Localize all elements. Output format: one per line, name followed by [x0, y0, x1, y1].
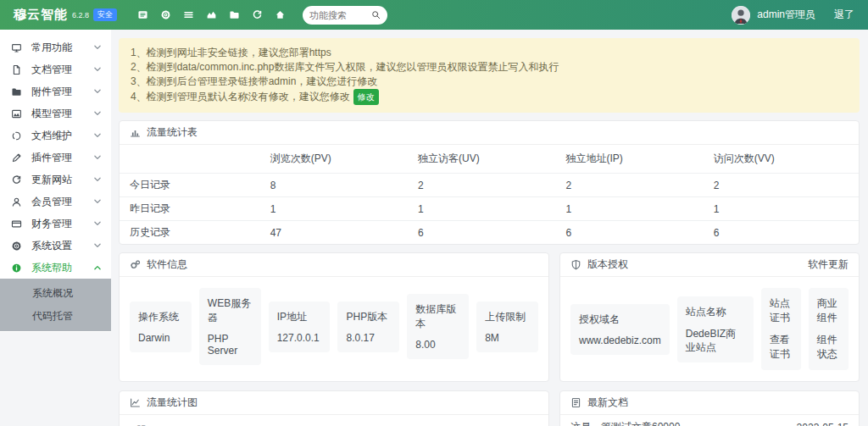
card-title: 流量统计表: [147, 125, 198, 140]
logout-button[interactable]: 退了: [834, 8, 854, 22]
card-header: 软件信息: [120, 253, 548, 277]
submenu-item-code-hosting[interactable]: 代码托管: [0, 305, 111, 328]
line-chart-icon: [130, 397, 141, 408]
user-icon: [11, 196, 22, 207]
chevron-down-icon: [94, 243, 101, 248]
sidebar-item-attachment-management[interactable]: 附件管理: [0, 80, 111, 102]
search-icon[interactable]: [371, 10, 381, 19]
card-title: 版本授权: [587, 257, 628, 272]
doc-title-link[interactable]: 这是一篇测试文章60000: [570, 420, 680, 426]
sidebar-item-update-website[interactable]: 更新网站: [0, 169, 111, 191]
chevron-down-icon: [94, 45, 101, 50]
authorization-card: 版本授权 软件更新 授权域名www.dedebiz.com 站点名称DedeBI…: [559, 252, 860, 382]
card-title: 软件信息: [147, 257, 187, 272]
safe-badge[interactable]: 安全: [93, 8, 117, 21]
info-box-php: PHP版本8.0.17: [337, 302, 399, 352]
col-pv: 浏览次数(PV): [260, 145, 408, 174]
warning-line: 2、检测到data/common.inc.php数据库文件写入权限，建议您以管理…: [131, 60, 848, 75]
version-label: 6.2.8: [72, 11, 89, 19]
area-chart-icon[interactable]: [206, 9, 217, 20]
software-info-body: 操作系统Darwin WEB服务器PHP Server IP地址127.0.0.…: [120, 277, 548, 376]
sidebar-item-document-management[interactable]: 文档管理: [0, 58, 111, 80]
card-title: 最新文档: [587, 396, 628, 410]
info-box-ip: IP地址127.0.0.1: [269, 302, 331, 352]
sidebar-item-system-help[interactable]: 系统帮助: [0, 257, 111, 279]
function-search: [303, 6, 387, 25]
top-icon-bar: [137, 9, 286, 20]
info-box-db: 数据库版本8.00: [407, 294, 469, 359]
sidebar-item-finance-management[interactable]: 财务管理: [0, 213, 111, 235]
info-box-upload: 上传限制8M: [476, 302, 538, 352]
sidebar-item-document-maintenance[interactable]: 文档维护: [0, 124, 111, 147]
col-uv: 独立访客(UV): [408, 145, 555, 174]
main-content: 1、检测到网址非安全链接，建议您部署https 2、检测到data/common…: [111, 30, 868, 426]
info-box-licensed-domain: 授权域名www.dedebiz.com: [570, 304, 670, 355]
view-cert-link[interactable]: 查看证书: [770, 333, 793, 362]
card-header: 流量统计图: [120, 391, 548, 415]
card-title: 流量统计图: [147, 396, 198, 410]
card-icon: [11, 219, 22, 230]
chevron-down-icon: [94, 133, 101, 138]
info-box-webserver: WEB服务器PHP Server: [199, 288, 261, 365]
table-row: 昨日记录 1 1 1 1: [120, 197, 859, 221]
sidebar: 常用功能 文档管理 附件管理 模型管理 文档维护: [0, 30, 111, 426]
col-empty: [120, 145, 260, 174]
col-ip: 独立地址(IP): [555, 145, 703, 174]
refresh-icon[interactable]: [252, 9, 263, 20]
user-area: admin管理员 退了: [732, 6, 854, 25]
latest-docs-card: 最新文档 这是一篇测试文章60000 2023-05-15 这是一篇测试文章59…: [559, 390, 860, 426]
home-icon[interactable]: [275, 9, 286, 20]
component-status-link[interactable]: 组件状态: [817, 333, 840, 362]
bar-chart-icon: [130, 127, 141, 138]
traffic-table: 浏览次数(PV) 独立访客(UV) 独立地址(IP) 访问次数(VV) 今日记录…: [120, 145, 859, 244]
latest-docs-list: 这是一篇测试文章60000 2023-05-15 这是一篇测试文章59999 2…: [560, 415, 859, 426]
doc-date: 2023-05-15: [797, 422, 849, 426]
sidebar-item-member-management[interactable]: 会员管理: [0, 191, 111, 213]
chevron-down-icon: [94, 89, 101, 94]
chevron-down-icon: [94, 177, 101, 182]
sidebar-item-system-settings[interactable]: 系统设置: [0, 235, 111, 257]
app-logo: 穆云智能: [14, 7, 68, 23]
menu-icon[interactable]: [183, 9, 194, 20]
chevron-down-icon: [94, 67, 101, 72]
chevron-down-icon: [94, 221, 101, 226]
username-label: admin管理员: [757, 8, 815, 22]
avatar[interactable]: [732, 6, 750, 25]
submenu-item-system-overview[interactable]: 系统概况: [0, 282, 111, 305]
table-row: 今日记录 8 2 2 2: [120, 174, 859, 197]
software-update-link[interactable]: 软件更新: [808, 257, 849, 272]
col-vv: 访问次数(VV): [704, 145, 859, 174]
edit-button[interactable]: 修改: [353, 89, 379, 105]
info-box-site-cert: 站点证书查看证书: [761, 288, 801, 370]
sidebar-item-model-management[interactable]: 模型管理: [0, 102, 111, 124]
pen-icon: [11, 152, 22, 163]
circle-icon: [11, 130, 22, 141]
chevron-down-icon: [94, 155, 101, 160]
system-help-submenu: 系统概况 代码托管: [0, 279, 111, 331]
traffic-stats-table-card: 流量统计表 浏览次数(PV) 独立访客(UV) 独立地址(IP) 访问次数(VV…: [119, 120, 860, 245]
card-header: 版本授权 软件更新: [560, 253, 859, 277]
sidebar-item-plugin-management[interactable]: 插件管理: [0, 147, 111, 169]
warning-line: 4、检测到管理员默认名称没有修改，建议您修改修改: [131, 89, 848, 105]
card-header: 流量统计表: [120, 121, 859, 145]
search-input[interactable]: [309, 10, 369, 20]
software-info-card: 软件信息 操作系统Darwin WEB服务器PHP Server IP地址127…: [119, 252, 549, 382]
panels-icon[interactable]: [137, 9, 148, 20]
warning-line: 3、检测到后台管理登录链接带admin，建议您进行修改: [131, 75, 848, 89]
info-box-os: 操作系统Darwin: [130, 302, 192, 352]
sidebar-item-common-functions[interactable]: 常用功能: [0, 36, 111, 58]
traffic-line-chart: 2520: [126, 418, 540, 426]
gear-icon: [11, 241, 22, 252]
shield-icon: [570, 259, 581, 270]
security-warnings: 1、检测到网址非安全链接，建议您部署https 2、检测到data/common…: [119, 38, 860, 113]
doc-list-icon: [570, 397, 581, 408]
table-row: 历史记录 47 6 6 6: [120, 221, 859, 245]
gears-icon: [130, 259, 141, 270]
folder-icon[interactable]: [229, 9, 240, 20]
authorization-body: 授权域名www.dedebiz.com 站点名称DedeBIZ商业站点 站点证书…: [560, 277, 859, 381]
top-bar: 穆云智能 6.2.8 安全 admin管理员 退了: [0, 0, 868, 30]
chevron-up-icon: [94, 265, 101, 270]
refresh-icon: [11, 174, 22, 185]
doc-row: 这是一篇测试文章60000 2023-05-15: [560, 415, 859, 426]
gear-icon[interactable]: [160, 9, 171, 20]
